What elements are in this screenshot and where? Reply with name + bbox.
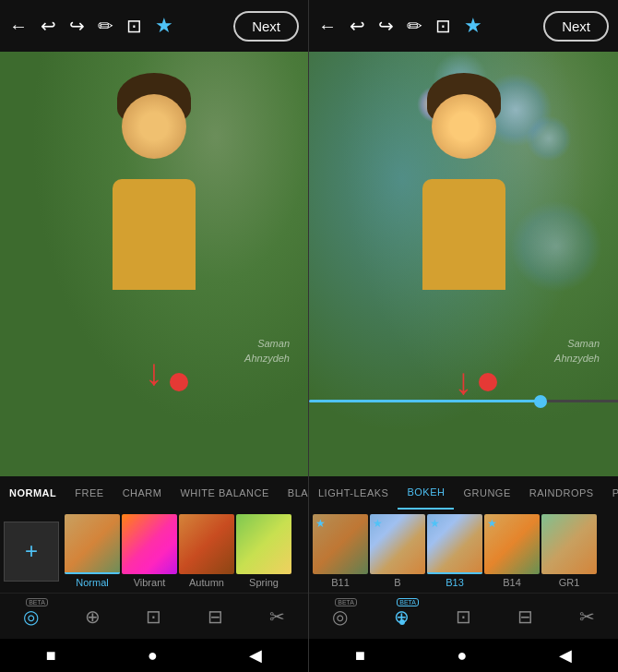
preset-gr1[interactable]: GR1 (541, 514, 597, 588)
nav-adjust-right[interactable]: ⊟ (517, 606, 533, 628)
preset-autumn[interactable]: Autumn (179, 514, 234, 588)
preset-star-b11: ★ (315, 517, 326, 530)
tab-bokeh[interactable]: BOKEH (398, 476, 454, 510)
active-dot-right (399, 619, 405, 625)
redo-icon-left[interactable]: ↪ (69, 15, 85, 37)
preset-thumb-bg-gr1 (541, 514, 597, 574)
left-toolbar-actions: ← ↩ ↪ ✏ ⊡ ★ (9, 14, 173, 38)
child-face-left (122, 94, 186, 159)
preset-thumb-b11: ★ (313, 514, 368, 574)
preset-label-b12: B (394, 577, 400, 588)
edit-icon-right[interactable]: ✏ (407, 15, 422, 37)
undo-icon-left[interactable]: ↩ (41, 15, 56, 37)
tab-free[interactable]: FREE (65, 476, 113, 510)
tab-black[interactable]: BLACK & (279, 476, 308, 510)
preset-b14[interactable]: ★ B14 (484, 514, 540, 588)
preset-b11[interactable]: ★ B11 (313, 514, 368, 588)
filters-icon-left: ◎ (23, 606, 39, 628)
selected-indicator-b13 (427, 572, 482, 574)
tab-pape[interactable]: PAPE (603, 476, 618, 510)
preset-star-b14: ★ (487, 517, 497, 530)
bokeh-3 (510, 200, 602, 293)
preset-label-autumn: Autumn (189, 577, 224, 588)
slider-bar[interactable] (309, 400, 618, 402)
nav-tools-left[interactable]: ✂ (269, 606, 285, 628)
next-button-right[interactable]: Next (543, 11, 609, 42)
preset-thumb-vibrant (122, 514, 177, 574)
tab-light-leaks[interactable]: LIGHT-LEAKS (309, 476, 398, 510)
redo-icon-right[interactable]: ↪ (378, 15, 394, 37)
adjust-icon-right: ⊟ (517, 606, 533, 628)
left-sys-nav: ■ ● ◀ (0, 639, 308, 672)
back-icon-right[interactable]: ← (318, 16, 337, 37)
crop-nav-icon-right: ⊡ (456, 606, 471, 628)
sys-circle-right[interactable]: ● (458, 646, 468, 666)
preset-label-b14: B14 (503, 577, 521, 588)
next-button-left[interactable]: Next (233, 11, 299, 42)
sys-circle-left[interactable]: ● (148, 646, 158, 666)
bokeh-2 (526, 115, 572, 162)
nav-filters-left[interactable]: ◎ BETA (23, 606, 39, 628)
sys-back-right[interactable]: ◀ (559, 645, 572, 666)
preset-star-b12: ★ (373, 517, 383, 530)
preset-add-button[interactable]: + (4, 522, 59, 582)
filters-icon-right: ◎ (332, 606, 348, 628)
preset-thumb-gr1 (541, 514, 597, 574)
edit-icon-left[interactable]: ✏ (98, 15, 113, 37)
nav-lens-left[interactable]: ⊕ (85, 606, 101, 628)
left-toolbar: ← ↩ ↪ ✏ ⊡ ★ Next (0, 0, 308, 52)
nav-crop-left[interactable]: ⊡ (146, 606, 161, 628)
selected-indicator-normal (65, 572, 120, 574)
tab-grunge[interactable]: GRUNGE (454, 476, 519, 510)
star-icon-right[interactable]: ★ (464, 14, 482, 38)
left-filter-tabs: NORMAL FREE CHARM WHITE BALANCE BLACK & (0, 476, 308, 510)
preset-vibrant[interactable]: Vibrant (122, 514, 177, 588)
tab-normal[interactable]: NORMAL (0, 476, 65, 510)
nav-filters-right[interactable]: ◎ BETA (332, 606, 348, 628)
tab-charm[interactable]: CHARM (113, 476, 172, 510)
slider-thumb[interactable] (534, 395, 547, 408)
preset-spring[interactable]: Spring (236, 514, 291, 588)
sys-square-left[interactable]: ■ (46, 646, 56, 666)
preset-thumb-bg-normal (65, 514, 120, 574)
beta-badge-left: BETA (26, 598, 48, 606)
back-icon-left[interactable]: ← (9, 16, 28, 37)
star-icon-left[interactable]: ★ (155, 14, 173, 38)
preset-star-b13: ★ (430, 517, 440, 530)
preset-thumb-b14: ★ (484, 514, 540, 574)
preset-b12[interactable]: ★ B (370, 514, 425, 588)
crop-nav-icon-left: ⊡ (146, 606, 161, 628)
preset-thumb-b13: ★ (427, 514, 482, 574)
right-sys-nav: ■ ● ◀ (309, 639, 618, 672)
right-toolbar-actions: ← ↩ ↪ ✏ ⊡ ★ (318, 14, 482, 38)
preset-label-b11: B11 (331, 577, 350, 588)
left-bottom-nav: ◎ BETA ⊕ ⊡ ⊟ ✂ (0, 593, 308, 639)
right-toolbar: ← ↩ ↪ ✏ ⊡ ★ Next (309, 0, 618, 52)
nav-crop-right[interactable]: ⊡ (456, 606, 471, 628)
preset-b13[interactable]: ★ B13 (427, 514, 482, 588)
slider-fill (309, 400, 541, 402)
preset-label-vibrant: Vibrant (134, 577, 166, 588)
crop-icon-right[interactable]: ⊡ (435, 15, 451, 37)
nav-lens-right[interactable]: ⊕ BETA (394, 606, 410, 628)
lollipop-right (479, 373, 497, 391)
nav-adjust-left[interactable]: ⊟ (208, 606, 223, 628)
tab-raindrops[interactable]: RAINDROPS (520, 476, 603, 510)
lens-icon-left: ⊕ (85, 606, 101, 628)
sys-back-left[interactable]: ◀ (249, 645, 262, 666)
right-filter-tabs: LIGHT-LEAKS BOKEH GRUNGE RAINDROPS PAPE (309, 476, 618, 510)
nav-tools-right[interactable]: ✂ (579, 606, 595, 628)
undo-icon-right[interactable]: ↩ (350, 15, 365, 37)
preset-thumb-bg-spring (236, 514, 291, 574)
preset-thumb-bg-autumn (179, 514, 234, 574)
crop-icon-left[interactable]: ⊡ (126, 15, 142, 37)
left-panel: ← ↩ ↪ ✏ ⊡ ★ Next Saman Ahnzydeh ↓ NORMAL… (0, 0, 309, 672)
right-photo-bg (309, 52, 618, 476)
tab-white-balance[interactable]: WHITE BALANCE (171, 476, 278, 510)
preset-normal[interactable]: Normal (65, 514, 120, 588)
preset-label-spring: Spring (249, 577, 279, 588)
child-body-right (422, 179, 505, 290)
lollipop-left (170, 373, 188, 391)
right-presets-row: ★ B11 ★ B ★ B13 ★ B14 (309, 510, 618, 593)
sys-square-right[interactable]: ■ (355, 646, 365, 666)
